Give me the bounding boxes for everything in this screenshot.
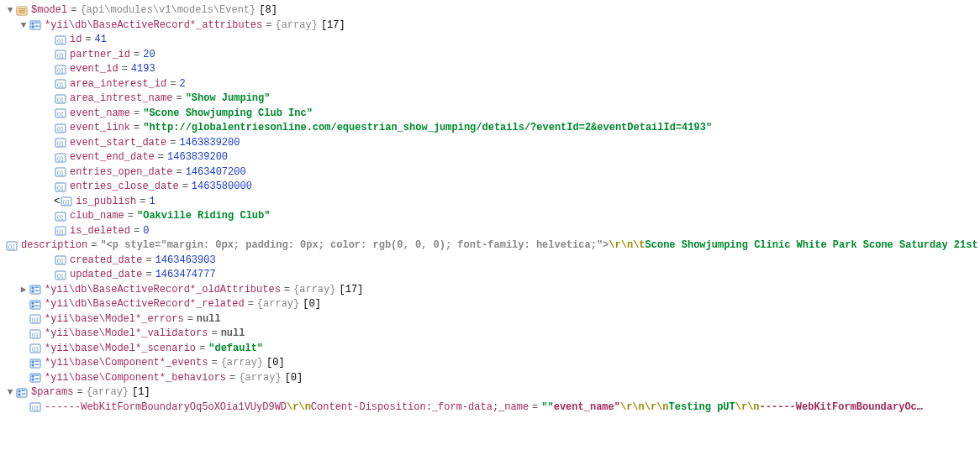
- svg-text:01: 01: [57, 111, 64, 118]
- svg-rect-3: [18, 12, 26, 13]
- tree-row-leaf[interactable]: 01event_end_date=1463839200: [5, 150, 980, 165]
- scalar-icon: 01: [54, 107, 67, 119]
- tree-row-leaf[interactable]: 01updated_date=1463474777: [5, 268, 980, 283]
- svg-text:01: 01: [32, 331, 39, 338]
- null-value: null: [197, 312, 221, 327]
- tree-row-oldattributes[interactable]: ▶ *yii\db\BaseActiveRecord*_oldAttribute…: [5, 283, 980, 298]
- tree-row-scenario[interactable]: 01 *yii\base\Model*_scenario="default": [5, 342, 980, 357]
- var-name: $model: [31, 3, 67, 18]
- null-value: null: [221, 327, 245, 342]
- array-icon: [29, 284, 42, 296]
- scalar-icon: 01: [60, 196, 73, 207]
- scalar-icon: 01: [29, 313, 42, 325]
- svg-text:01: 01: [32, 317, 39, 324]
- svg-rect-71: [22, 390, 26, 390]
- svg-rect-2: [18, 10, 26, 11]
- tree-row-leaf[interactable]: 01entries_close_date=1463580000: [5, 180, 980, 195]
- equals: =: [67, 3, 80, 18]
- tree-row-validators[interactable]: 01 *yii\base\Model*_validators=null: [5, 327, 980, 342]
- tree-row-leaf[interactable]: 01entries_open_date=1463407200: [5, 165, 980, 181]
- svg-rect-68: [35, 379, 40, 379]
- disclosure-triangle-down-icon[interactable]: ▼: [5, 385, 15, 400]
- disclosure-triangle-down-icon[interactable]: ▼: [5, 3, 15, 18]
- svg-text:01: 01: [57, 52, 64, 60]
- scalar-icon: 01: [54, 166, 67, 178]
- svg-rect-44: [32, 287, 34, 290]
- tree-row-leaf[interactable]: 01id=41: [5, 33, 980, 48]
- disclosure-triangle-right-icon[interactable]: ▶: [18, 283, 29, 298]
- value: 41: [95, 33, 107, 48]
- scalar-icon: 01: [5, 240, 18, 252]
- type-label: {array}: [275, 18, 317, 34]
- scalar-icon: 01: [54, 49, 67, 60]
- svg-text:01: 01: [57, 228, 64, 236]
- tree-row-model[interactable]: ▼ $model = {api\modules\v1\models\Event}…: [5, 3, 980, 18]
- svg-text:01: 01: [57, 154, 64, 162]
- svg-rect-61: [35, 360, 40, 361]
- svg-text:01: 01: [57, 258, 64, 265]
- tree-row-behaviors[interactable]: *yii\base\Component*_behaviors={array}[0…: [5, 371, 980, 386]
- svg-text:01: 01: [57, 96, 64, 103]
- array-icon: [29, 372, 42, 384]
- scalar-icon: 01: [54, 211, 67, 222]
- disclosure-triangle-down-icon[interactable]: ▼: [18, 18, 29, 34]
- count-label: [8]: [256, 3, 277, 18]
- tree-row-params[interactable]: ▼ $params={array}[1]: [5, 385, 980, 400]
- tree-row-leaf[interactable]: < 01is_publish=1: [5, 195, 980, 210]
- tree-row-leaf[interactable]: 01event_start_date=1463839200: [5, 136, 980, 151]
- tree-row-leaf[interactable]: 01event_link="http://globalentriesonline…: [5, 121, 980, 136]
- tree-row-leaf[interactable]: 01description="<p style="margin: 0px; pa…: [5, 238, 980, 254]
- tree-row-leaf[interactable]: 01event_id=4193: [5, 62, 980, 77]
- count-label: [17]: [318, 18, 345, 34]
- svg-rect-5: [32, 23, 34, 25]
- array-icon: [15, 387, 29, 399]
- tree-row-params-entry[interactable]: 01 ------WebKitFormBoundaryOq5oXOia1VUyD…: [5, 400, 980, 416]
- scalar-icon: 01: [54, 269, 67, 281]
- svg-text:01: 01: [57, 125, 64, 133]
- svg-rect-1: [18, 8, 26, 9]
- tree-row-leaf[interactable]: 01club_name="Oakville Riding Club": [5, 209, 980, 224]
- svg-rect-7: [32, 26, 34, 29]
- scalar-icon: 01: [54, 254, 67, 266]
- tree-row-leaf[interactable]: 01is_deleted=0: [5, 224, 980, 239]
- svg-rect-70: [18, 390, 21, 392]
- tree-row-leaf[interactable]: 01partner_id=20: [5, 48, 980, 63]
- svg-text:01: 01: [57, 184, 64, 191]
- scalar-icon: 01: [54, 34, 67, 46]
- scalar-icon: 01: [29, 343, 42, 354]
- scalar-icon: 01: [54, 64, 67, 76]
- svg-rect-72: [18, 393, 21, 395]
- scalar-icon: 01: [54, 93, 67, 105]
- tree-row-leaf[interactable]: 01event_name="Scone Showjumping Club Inc…: [5, 107, 980, 122]
- tree-row-leaf[interactable]: 01area_interest_id=2: [5, 77, 980, 92]
- svg-text:01: 01: [63, 199, 70, 207]
- scalar-icon: 01: [54, 152, 67, 164]
- svg-rect-46: [32, 290, 34, 293]
- svg-text:01: 01: [57, 81, 64, 89]
- svg-rect-52: [35, 305, 40, 306]
- svg-rect-73: [22, 393, 26, 394]
- tree-row-leaf[interactable]: 01created_date=1463463903: [5, 254, 980, 269]
- key: id: [70, 33, 82, 48]
- tree-row-attributes[interactable]: ▼ *yii\db\BaseActiveRecord*_attributes =…: [5, 18, 980, 34]
- type-label: {api\modules\v1\models\Event}: [80, 3, 256, 18]
- var-name: *yii\db\BaseActiveRecord*_attributes: [45, 18, 262, 34]
- svg-rect-50: [35, 301, 40, 302]
- array-icon: [29, 19, 42, 31]
- tree-row-events[interactable]: *yii\base\Component*_events={array}[0]: [5, 356, 980, 371]
- svg-rect-67: [32, 379, 34, 381]
- svg-text:01: 01: [57, 37, 64, 44]
- object-icon: [15, 5, 29, 17]
- svg-rect-60: [32, 360, 34, 363]
- tree-row-leaf[interactable]: 01area_intrest_name="Show Jumping": [5, 92, 980, 107]
- tree-row-related[interactable]: *yii\db\BaseActiveRecord*_related={array…: [5, 297, 980, 312]
- svg-rect-62: [32, 364, 34, 366]
- svg-text:01: 01: [57, 272, 64, 280]
- scalar-icon: 01: [54, 78, 67, 90]
- svg-text:01: 01: [32, 346, 39, 353]
- svg-text:01: 01: [8, 243, 15, 250]
- scalar-icon: 01: [54, 137, 67, 149]
- tree-row-errors[interactable]: 01 *yii\base\Model*_errors=null: [5, 312, 980, 327]
- scalar-icon: 01: [29, 328, 42, 340]
- svg-rect-65: [32, 375, 34, 378]
